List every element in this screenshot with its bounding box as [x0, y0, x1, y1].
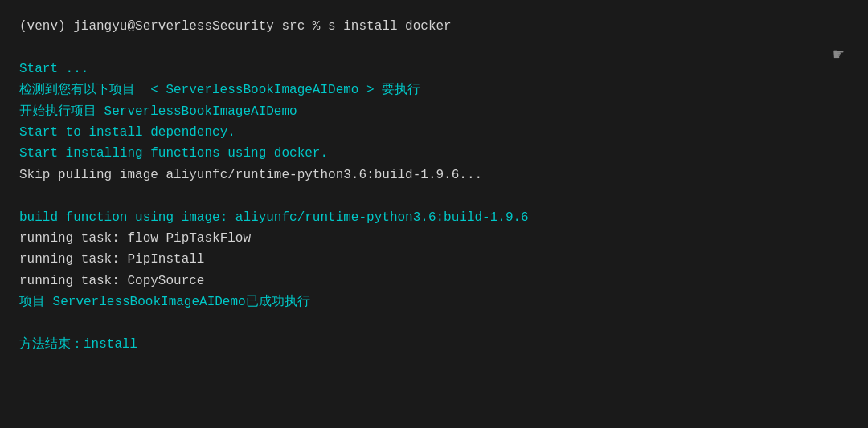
prompt-line: (venv) jiangyu@ServerlessSecurity src % …: [19, 16, 849, 37]
terminal-line: Start installing functions using docker.: [19, 143, 849, 164]
terminal-line: Start to install dependency.: [19, 122, 849, 143]
terminal-blank-line: [19, 312, 849, 333]
terminal-line: 项目 ServerlessBookImageAIDemo已成功执行: [19, 291, 849, 312]
cursor-icon: ☛: [833, 44, 844, 66]
terminal-line: running task: CopySource: [19, 271, 849, 291]
terminal-line: Start ...: [19, 59, 849, 79]
terminal-line: running task: PipInstall: [19, 249, 849, 270]
terminal-line: 方法结束：install: [19, 334, 849, 355]
terminal-line: 检测到您有以下项目 < ServerlessBookImageAIDemo > …: [19, 79, 849, 100]
terminal-line: 开始执行项目 ServerlessBookImageAIDemo: [19, 101, 849, 122]
terminal-line: running task: flow PipTaskFlow: [19, 228, 849, 249]
terminal-line: build function using image: aliyunfc/run…: [19, 207, 849, 228]
terminal-blank-line: [19, 185, 849, 206]
terminal-blank-line: [19, 37, 849, 58]
terminal-line: Skip pulling image aliyunfc/runtime-pyth…: [19, 165, 849, 185]
terminal-window: (venv) jiangyu@ServerlessSecurity src % …: [0, 0, 868, 428]
